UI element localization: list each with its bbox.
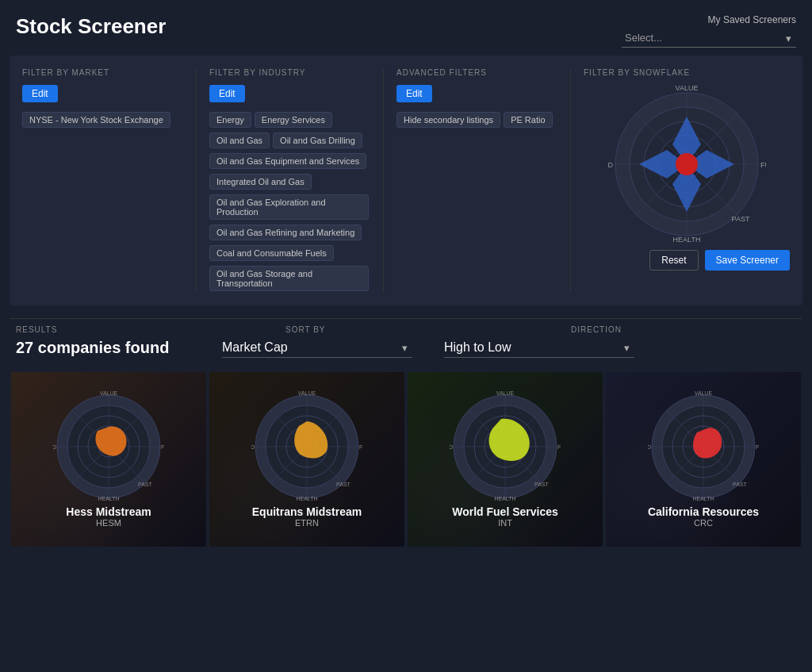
reset-button[interactable]: Reset xyxy=(649,250,698,271)
svg-text:VALUE: VALUE xyxy=(100,391,118,396)
results-label: RESULTS xyxy=(16,325,190,334)
divider xyxy=(10,318,802,319)
advanced-tag: PE Ratio xyxy=(504,112,552,128)
svg-text:VALUE: VALUE xyxy=(676,85,699,92)
card-company-name: World Fuel Services xyxy=(452,505,558,518)
snowflake-chart[interactable]: VALUE FUTURE DIVIDEND HEALTH PAST xyxy=(607,85,766,244)
industry-tag: Oil and Gas xyxy=(209,132,270,148)
results-count: 27 companies found xyxy=(16,339,190,357)
card-snowflake-chart: VALUEFUTUREPASTHEALTHDIVIDEND xyxy=(648,391,759,502)
svg-text:FUTURE: FUTURE xyxy=(557,444,561,450)
saved-screeners-select[interactable]: Select... xyxy=(622,29,796,48)
advanced-tags-container: Hide secondary listingsPE Ratio xyxy=(396,110,557,129)
svg-text:VALUE: VALUE xyxy=(695,391,713,396)
page-title: Stock Screener xyxy=(16,14,166,39)
industry-tag: Oil and Gas Refining and Marketing xyxy=(209,225,362,240)
svg-text:DIVIDEND: DIVIDEND xyxy=(53,444,56,450)
industry-tag: Energy xyxy=(209,112,251,128)
svg-text:DIVIDEND: DIVIDEND xyxy=(450,444,453,450)
svg-text:VALUE: VALUE xyxy=(298,391,316,396)
card-company-ticker: HESM xyxy=(96,518,121,528)
card-company-name: Equitrans Midstream xyxy=(252,505,362,518)
industry-tag: Coal and Consumable Fuels xyxy=(209,245,334,261)
svg-text:FUTURE: FUTURE xyxy=(161,444,164,450)
market-tag: NYSE - New York Stock Exchange xyxy=(22,112,170,128)
company-card[interactable]: VALUEFUTUREPASTHEALTHDIVIDENDEquitrans M… xyxy=(209,372,404,547)
filter-snowflake-section: FILTER BY SNOWFLAKE VALUE FUTURE DIVIDEN… xyxy=(584,68,790,293)
sort-by-wrapper: Market Cap Revenue PE Ratio xyxy=(222,337,412,358)
save-screener-button[interactable]: Save Screener xyxy=(705,250,790,271)
card-snowflake-chart: VALUEFUTUREPASTHEALTHDIVIDEND xyxy=(251,391,362,502)
company-card[interactable]: VALUEFUTUREPASTHEALTHDIVIDENDWorld Fuel … xyxy=(408,372,603,547)
filter-advanced-edit-button[interactable]: Edit xyxy=(396,85,432,102)
company-card[interactable]: VALUEFUTUREPASTHEALTHDIVIDENDHess Midstr… xyxy=(11,372,206,547)
advanced-tag: Hide secondary listings xyxy=(396,112,500,128)
card-company-name: California Resources xyxy=(648,505,759,518)
card-company-ticker: INT xyxy=(498,518,512,528)
svg-text:PAST: PAST xyxy=(732,215,750,223)
saved-screeners-label: My Saved Screeners xyxy=(708,14,796,25)
svg-text:HEALTH: HEALTH xyxy=(494,496,515,501)
svg-text:DIVIDEND: DIVIDEND xyxy=(251,444,255,450)
svg-text:HEALTH: HEALTH xyxy=(98,496,119,501)
industry-tag: Oil and Gas Storage and Transportation xyxy=(209,266,369,291)
industry-tag: Oil and Gas Equipment and Services xyxy=(209,153,366,169)
svg-text:PAST: PAST xyxy=(336,482,350,487)
direction-select[interactable]: High to Low Low to High xyxy=(444,337,634,358)
filter-industry-edit-button[interactable]: Edit xyxy=(209,85,245,102)
svg-text:VALUE: VALUE xyxy=(496,391,515,396)
company-card[interactable]: VALUEFUTUREPASTHEALTHDIVIDENDCalifornia … xyxy=(606,372,801,547)
card-snowflake-chart: VALUEFUTUREPASTHEALTHDIVIDEND xyxy=(53,391,164,502)
filter-market-section: FILTER BY MARKET Edit NYSE - New York St… xyxy=(22,68,197,293)
svg-text:FUTURE: FUTURE xyxy=(760,161,766,169)
svg-text:DIVIDEND: DIVIDEND xyxy=(607,161,613,169)
company-cards-row: VALUEFUTUREPASTHEALTHDIVIDENDHess Midstr… xyxy=(0,371,812,548)
filter-market-label: FILTER BY MARKET xyxy=(22,68,183,77)
industry-tag: Integrated Oil and Gas xyxy=(209,174,312,190)
sort-by-select[interactable]: Market Cap Revenue PE Ratio xyxy=(222,337,412,358)
filter-advanced-label: ADVANCED FILTERS xyxy=(396,68,557,77)
svg-text:HEALTH: HEALTH xyxy=(692,496,714,501)
filter-advanced-section: ADVANCED FILTERS Edit Hide secondary lis… xyxy=(396,68,571,293)
svg-text:FUTURE: FUTURE xyxy=(756,444,759,450)
svg-text:PAST: PAST xyxy=(733,482,747,487)
industry-tag: Energy Services xyxy=(255,112,332,128)
card-company-name: Hess Midstream xyxy=(66,505,151,518)
filter-industry-label: FILTER BY INDUSTRY xyxy=(209,68,370,77)
sort-label: SORT BY xyxy=(285,325,476,334)
svg-text:DIVIDEND: DIVIDEND xyxy=(648,444,651,450)
card-snowflake-chart: VALUEFUTUREPASTHEALTHDIVIDEND xyxy=(450,391,561,502)
svg-text:PAST: PAST xyxy=(138,482,152,487)
card-company-ticker: CRC xyxy=(694,518,713,528)
industry-tag: Oil and Gas Exploration and Production xyxy=(209,194,369,220)
svg-text:PAST: PAST xyxy=(534,482,549,487)
industry-tag: Oil and Gas Drilling xyxy=(273,132,362,148)
filter-market-edit-button[interactable]: Edit xyxy=(22,85,58,102)
direction-label: DIRECTION xyxy=(571,325,761,334)
svg-point-24 xyxy=(676,153,698,175)
svg-text:FUTURE: FUTURE xyxy=(359,444,362,450)
direction-wrapper: High to Low Low to High xyxy=(444,337,634,358)
filter-industry-section: FILTER BY INDUSTRY Edit EnergyEnergy Ser… xyxy=(209,68,384,293)
svg-text:HEALTH: HEALTH xyxy=(673,236,701,244)
card-company-ticker: ETRN xyxy=(295,518,319,528)
svg-text:HEALTH: HEALTH xyxy=(296,496,317,501)
industry-tags-container: EnergyEnergy ServicesOil and GasOil and … xyxy=(209,110,370,293)
filter-snowflake-label: FILTER BY SNOWFLAKE xyxy=(584,68,790,77)
